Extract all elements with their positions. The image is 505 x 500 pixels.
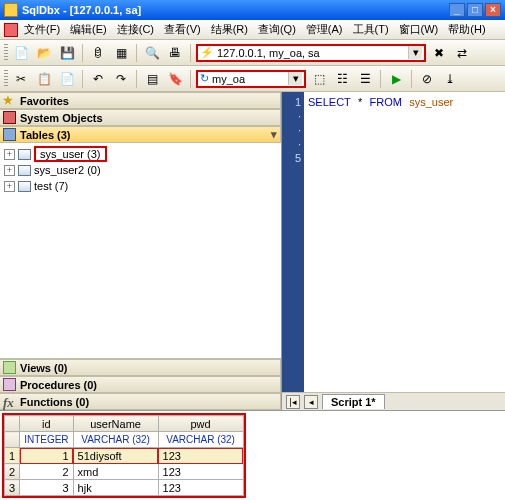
section-views[interactable]: Views (0) — [0, 359, 281, 376]
proc-icon — [3, 378, 16, 391]
script-tabs: |◂ ◂ Script 1* — [282, 392, 505, 410]
chevron-down-icon: ▾ — [271, 128, 277, 141]
section-functions[interactable]: fxFunctions (0) — [0, 393, 281, 410]
table-icon — [3, 128, 16, 141]
corner-cell — [5, 416, 20, 432]
refresh-icon: ↻ — [200, 72, 209, 85]
menu-connect[interactable]: 连接(C) — [117, 22, 154, 37]
section-label: Views (0) — [20, 362, 68, 374]
tab-script[interactable]: Script 1* — [322, 394, 385, 409]
sql-editor[interactable]: 1···5 SELECT * FROM sys_user — [282, 92, 505, 392]
undo-button[interactable]: ↶ — [88, 69, 108, 89]
section-label: Favorites — [20, 95, 69, 107]
execute-button[interactable]: ▶ — [386, 69, 406, 89]
table-icon — [18, 165, 31, 176]
system-icon — [3, 111, 16, 124]
tab-first-button[interactable]: |◂ — [286, 395, 300, 409]
tree-node[interactable]: +sys_user (3) — [2, 146, 279, 162]
col-type: VARCHAR (32) — [158, 432, 243, 448]
menu-results[interactable]: 结果(R) — [211, 22, 248, 37]
table-row[interactable]: 1151diysoft123 — [5, 448, 244, 464]
minimize-button[interactable]: _ — [449, 3, 465, 17]
menu-file[interactable]: 文件(F) — [24, 22, 60, 37]
section-procedures[interactable]: Procedures (0) — [0, 376, 281, 393]
toolbar-1: 📄 📂 💾 🛢 ▦ 🔍 🖶 ⚡ 127.0.0.1, my_oa, sa ▾ ✖… — [0, 40, 505, 66]
stop-button[interactable]: ⊘ — [417, 69, 437, 89]
step-button[interactable]: ⤓ — [440, 69, 460, 89]
toolbar-2: ✂ 📋 📄 ↶ ↷ ▤ 🔖 ↻ my_oa ▾ ⬚ ☷ ☰ ▶ ⊘ ⤓ — [0, 66, 505, 92]
copy-button[interactable]: 📋 — [34, 69, 54, 89]
connection-combo[interactable]: ⚡ 127.0.0.1, my_oa, sa ▾ — [196, 44, 426, 62]
paste-button[interactable]: 📄 — [57, 69, 77, 89]
menu-view[interactable]: 查看(V) — [164, 22, 201, 37]
section-label: Procedures (0) — [20, 379, 97, 391]
result-table[interactable]: id userName pwd INTEGER VARCHAR (32) VAR… — [4, 415, 244, 496]
tab-prev-button[interactable]: ◂ — [304, 395, 318, 409]
bookmark-button[interactable]: 🔖 — [165, 69, 185, 89]
section-system-objects[interactable]: System Objects — [0, 109, 281, 126]
col-header[interactable]: id — [20, 416, 73, 432]
tree-label: sys_user2 (0) — [34, 164, 101, 176]
lightning-icon: ⚡ — [200, 46, 214, 59]
col-header[interactable]: userName — [73, 416, 158, 432]
expand-icon[interactable]: + — [4, 181, 15, 192]
tables-button[interactable]: ▦ — [111, 43, 131, 63]
open-button[interactable]: 📂 — [34, 43, 54, 63]
sidebar: ★Favorites System Objects Tables (3)▾ +s… — [0, 92, 282, 410]
find-button[interactable]: 🔍 — [142, 43, 162, 63]
database-combo[interactable]: ↻ my_oa ▾ — [196, 70, 306, 88]
table-icon — [18, 149, 31, 160]
menu-window[interactable]: 窗口(W) — [399, 22, 439, 37]
expand-icon[interactable]: + — [4, 165, 15, 176]
menu-edit[interactable]: 编辑(E) — [70, 22, 107, 37]
table-row[interactable]: 33hjk123 — [5, 480, 244, 496]
title-bar: SqlDbx - [127.0.0.1, sa] _ □ × — [0, 0, 505, 20]
section-label: System Objects — [20, 112, 103, 124]
comment-button[interactable]: ▤ — [142, 69, 162, 89]
menu-query[interactable]: 查询(Q) — [258, 22, 296, 37]
print-button[interactable]: 🖶 — [165, 43, 185, 63]
code-area[interactable]: SELECT * FROM sys_user — [304, 92, 505, 392]
fn-icon: fx — [3, 395, 16, 408]
maximize-button[interactable]: □ — [467, 3, 483, 17]
section-favorites[interactable]: ★Favorites — [0, 92, 281, 109]
expand-icon[interactable]: + — [4, 149, 15, 160]
format-button[interactable]: ⬚ — [309, 69, 329, 89]
col-type: VARCHAR (32) — [73, 432, 158, 448]
col-type: INTEGER — [20, 432, 73, 448]
menu-tools[interactable]: 工具(T) — [353, 22, 389, 37]
refresh-conn-button[interactable]: ✖ — [429, 43, 449, 63]
star-icon: ★ — [3, 94, 16, 107]
menu-manage[interactable]: 管理(A) — [306, 22, 343, 37]
list-button[interactable]: ☰ — [355, 69, 375, 89]
tree-node[interactable]: +sys_user2 (0) — [2, 162, 279, 178]
window-title: SqlDbx - [127.0.0.1, sa] — [22, 4, 141, 16]
table-icon — [18, 181, 31, 192]
database-value: my_oa — [212, 73, 245, 85]
tree-label: test (7) — [34, 180, 68, 192]
col-header[interactable]: pwd — [158, 416, 243, 432]
object-tree[interactable]: +sys_user (3) +sys_user2 (0) +test (7) — [0, 143, 281, 359]
window-controls: _ □ × — [449, 3, 501, 17]
menu-help[interactable]: 帮助(H) — [448, 22, 485, 37]
save-button[interactable]: 💾 — [57, 43, 77, 63]
db-button[interactable]: 🛢 — [88, 43, 108, 63]
menu-icon — [4, 23, 18, 37]
cut-button[interactable]: ✂ — [11, 69, 31, 89]
app-icon — [4, 3, 18, 17]
section-tables[interactable]: Tables (3)▾ — [0, 126, 281, 143]
redo-button[interactable]: ↷ — [111, 69, 131, 89]
close-button[interactable]: × — [485, 3, 501, 17]
tree-node[interactable]: +test (7) — [2, 178, 279, 194]
plan-button[interactable]: ☷ — [332, 69, 352, 89]
section-label: Functions (0) — [20, 396, 89, 408]
grip-icon — [4, 44, 8, 62]
connection-value: 127.0.0.1, my_oa, sa — [217, 47, 320, 59]
view-icon — [3, 361, 16, 374]
tree-label: sys_user (3) — [34, 146, 107, 162]
dropdown-icon: ▾ — [408, 46, 422, 59]
switch-button[interactable]: ⇄ — [452, 43, 472, 63]
table-row[interactable]: 22xmd123 — [5, 464, 244, 480]
result-grid: id userName pwd INTEGER VARCHAR (32) VAR… — [0, 410, 505, 500]
new-button[interactable]: 📄 — [11, 43, 31, 63]
